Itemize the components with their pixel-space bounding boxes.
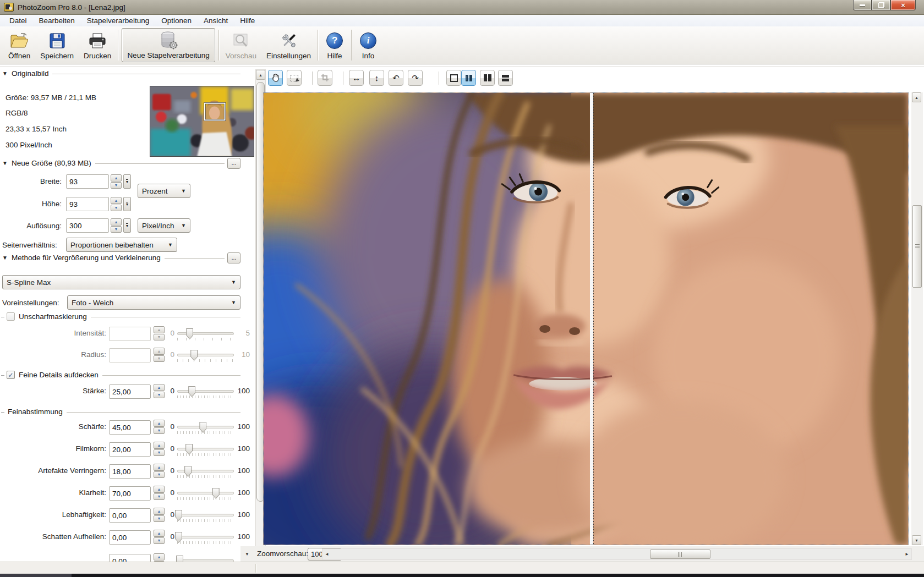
flip-horizontal-button[interactable]: ↔ xyxy=(349,70,364,86)
vscrollbar-thumb[interactable] xyxy=(912,205,922,288)
info-button[interactable]: i Info xyxy=(353,28,383,62)
marquee-select-button[interactable] xyxy=(287,70,302,86)
slider-track[interactable] xyxy=(177,470,234,472)
new-batch-button[interactable]: Neue Stapelverarbeitung xyxy=(122,28,215,62)
view-side-by-side-button[interactable] xyxy=(480,70,495,86)
preview-vscrollbar[interactable]: ▲ ▼ xyxy=(911,92,923,545)
spin-down-icon[interactable]: ▼ xyxy=(154,493,165,501)
aufloesung-field[interactable] xyxy=(66,218,109,233)
slider-spinner[interactable]: ▲ ▼ xyxy=(154,530,165,544)
view-single-button[interactable] xyxy=(446,70,461,86)
spin-up-icon[interactable]: ▲ xyxy=(154,420,165,427)
scroll-up-button[interactable]: ▲ xyxy=(912,92,921,102)
slider-track[interactable] xyxy=(177,390,234,393)
spin-down-icon[interactable]: ▼ xyxy=(154,537,165,545)
save-button[interactable]: Speichern xyxy=(35,28,79,62)
slider-track[interactable] xyxy=(177,448,234,450)
spin-up-icon[interactable]: ▲ xyxy=(154,553,165,560)
menu-optionen[interactable]: Optionen xyxy=(155,16,198,25)
menu-datei[interactable]: Datei xyxy=(3,16,33,25)
hand-tool-button[interactable] xyxy=(268,70,283,86)
aufloesung-spinner[interactable]: ▲ ▼ xyxy=(111,218,122,233)
spin-down-icon[interactable]: ▼ xyxy=(154,427,165,435)
spin-down-icon[interactable]: ▼ xyxy=(111,226,122,233)
section-neue-groesse[interactable]: ▼ Neue Größe (80,93 MB) xyxy=(2,159,225,167)
hoehe-unit-link-button[interactable]: ▾ xyxy=(123,197,131,211)
scroll-left-icon[interactable]: ◄ xyxy=(325,552,329,557)
breite-spinner[interactable]: ▲ ▼ xyxy=(111,174,122,189)
view-stacked-button[interactable] xyxy=(498,70,513,86)
preview-hscrollbar[interactable]: ◄ ► xyxy=(322,548,912,560)
minimize-button[interactable] xyxy=(853,0,872,10)
slider-spinner[interactable]: ▲ ▼ xyxy=(154,384,165,398)
spin-up-icon[interactable]: ▲ xyxy=(154,530,165,537)
help-button[interactable]: ? Hilfe xyxy=(320,28,349,62)
spin-up-icon[interactable]: ▲ xyxy=(111,218,122,226)
panel-scroll-up-button[interactable]: ▲ xyxy=(256,70,265,80)
scroll-right-icon[interactable]: ► xyxy=(905,552,909,557)
slider-track[interactable] xyxy=(177,492,234,494)
settings-button[interactable]: Einstellungen xyxy=(261,28,316,62)
rotate-ccw-button[interactable]: ↶ xyxy=(389,70,403,86)
spin-down-icon[interactable]: ▼ xyxy=(154,449,165,457)
slider-spinner[interactable]: ▲ ▼ xyxy=(154,508,165,522)
slider-track[interactable] xyxy=(177,536,234,538)
slider-spinner[interactable]: ▲ ▼ xyxy=(154,486,165,500)
panel-scroll-down-icon[interactable]: ▼ xyxy=(245,552,249,557)
slider-value-field[interactable] xyxy=(109,420,151,435)
slider-value-field[interactable] xyxy=(109,442,151,457)
hoehe-field[interactable] xyxy=(66,197,109,211)
spin-down-icon[interactable]: ▼ xyxy=(154,471,165,479)
spin-up-icon[interactable]: ▲ xyxy=(154,464,165,471)
spin-down-icon[interactable]: ▼ xyxy=(111,205,122,212)
rotate-cw-button[interactable]: ↷ xyxy=(408,70,423,86)
spin-down-icon[interactable]: ▼ xyxy=(111,182,122,189)
print-button[interactable]: Drucken xyxy=(79,28,116,62)
unscharfmaskierung-checkbox[interactable] xyxy=(7,312,15,321)
slider-spinner[interactable]: ▲ ▼ xyxy=(154,553,165,562)
restore-button[interactable] xyxy=(872,0,890,10)
neue-groesse-more-button[interactable]: ... xyxy=(227,158,240,169)
slider-track[interactable] xyxy=(177,514,234,516)
resolution-unit-combo[interactable]: Pixel/Inch ▼ xyxy=(138,218,190,233)
breite-field[interactable] xyxy=(66,174,109,189)
slider-value-field[interactable] xyxy=(109,464,151,479)
slider-spinner[interactable]: ▲ ▼ xyxy=(154,420,165,434)
open-button[interactable]: Öffnen xyxy=(3,28,35,62)
spin-up-icon[interactable]: ▲ xyxy=(154,442,165,449)
spin-up-icon[interactable]: ▲ xyxy=(154,486,165,493)
slider-value-field[interactable] xyxy=(109,530,151,545)
section-methode[interactable]: ▼ Methode für Vergrößerung und Verkleine… xyxy=(2,254,225,262)
hoehe-spinner[interactable]: ▲ ▼ xyxy=(111,197,122,211)
close-button[interactable]: × xyxy=(890,0,916,10)
spin-down-icon[interactable]: ▼ xyxy=(154,515,165,523)
preset-combo[interactable]: Foto - Weich ▼ xyxy=(67,295,240,310)
breite-unit-link-button[interactable]: ▾ xyxy=(123,174,131,189)
menu-stapelverarbeitung[interactable]: Stapelverarbeitung xyxy=(81,16,155,25)
spin-down-icon[interactable]: ▼ xyxy=(154,392,165,399)
feine-details-checkbox[interactable]: ✓ xyxy=(7,371,15,379)
preview-image[interactable] xyxy=(263,92,909,545)
hscrollbar-thumb[interactable] xyxy=(650,549,710,559)
slider-value-field[interactable] xyxy=(109,384,151,399)
section-originalbild[interactable]: ▼ Originalbild xyxy=(2,69,240,78)
slider-spinner[interactable]: ▲ ▼ xyxy=(154,442,165,456)
aufloesung-unit-link-button[interactable]: ▾ xyxy=(123,218,131,233)
spin-up-icon[interactable]: ▲ xyxy=(154,384,165,391)
spin-up-icon[interactable]: ▲ xyxy=(111,197,122,204)
menu-hilfe[interactable]: Hilfe xyxy=(234,16,261,25)
menu-bearbeiten[interactable]: Bearbeiten xyxy=(33,16,81,25)
slider-value-field[interactable] xyxy=(109,508,151,523)
spin-up-icon[interactable]: ▲ xyxy=(111,174,122,182)
slider-track[interactable] xyxy=(177,426,234,428)
slider-thumb[interactable] xyxy=(176,556,183,562)
method-combo[interactable]: S-Spline Max ▼ xyxy=(2,275,240,289)
view-split-button[interactable] xyxy=(461,70,476,86)
scroll-down-button[interactable]: ▼ xyxy=(912,535,921,545)
slider-spinner[interactable]: ▲ ▼ xyxy=(154,464,165,478)
flip-vertical-button[interactable]: ↕ xyxy=(369,70,384,86)
seitenverhaeltnis-combo[interactable]: Proportionen beibehalten ▼ xyxy=(66,238,177,252)
slider-value-field[interactable] xyxy=(109,486,151,501)
methode-more-button[interactable]: ... xyxy=(227,252,240,263)
size-unit-combo[interactable]: Prozent ▼ xyxy=(138,184,190,198)
